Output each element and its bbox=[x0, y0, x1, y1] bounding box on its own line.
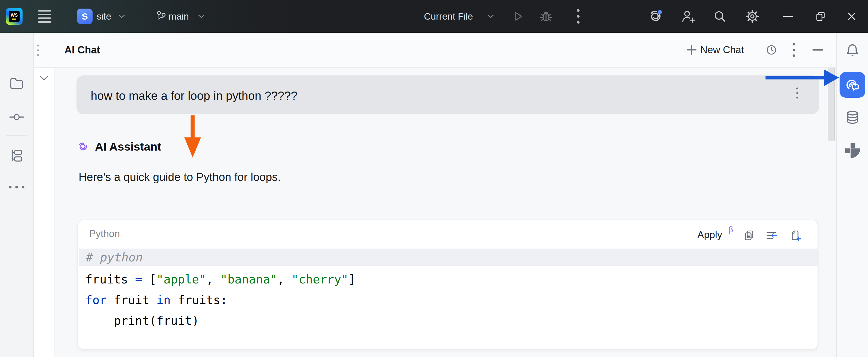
git-branch-icon[interactable] bbox=[155, 10, 167, 23]
structure-icon[interactable] bbox=[9, 148, 24, 164]
app-abbr: WS bbox=[11, 13, 18, 18]
add-user-button[interactable] bbox=[681, 9, 696, 24]
search-icon[interactable] bbox=[713, 9, 727, 24]
code-comment-line: # python bbox=[79, 248, 817, 266]
annotation-right-arrow bbox=[766, 69, 839, 86]
assistant-paragraph: Here’s a quick guide to Python for loops… bbox=[79, 171, 281, 184]
run-config-chevron-down-icon[interactable] bbox=[487, 14, 494, 19]
new-file-from-code-button[interactable] bbox=[789, 229, 802, 243]
run-button[interactable] bbox=[511, 10, 525, 23]
window-minimize-button[interactable] bbox=[783, 16, 793, 17]
panel-title: AI Chat bbox=[64, 44, 100, 56]
collapse-message-chevron-icon[interactable] bbox=[39, 75, 49, 81]
run-configuration[interactable]: Current File bbox=[424, 11, 473, 22]
project-icon[interactable]: S bbox=[77, 8, 93, 24]
branch-chevron-down-icon[interactable] bbox=[198, 14, 205, 19]
ai-chat-tool-window-button[interactable] bbox=[840, 72, 865, 98]
window-close-button[interactable] bbox=[846, 10, 858, 22]
new-chat-label: New Chat bbox=[700, 44, 744, 56]
code-language-label: Python bbox=[89, 228, 120, 239]
beta-badge: β bbox=[728, 225, 733, 234]
debug-button[interactable] bbox=[539, 9, 553, 24]
ai-chat-header: AI Chat New Chat bbox=[34, 33, 836, 68]
notification-dot bbox=[658, 10, 662, 14]
title-bar: WS S site main Current File bbox=[0, 0, 868, 33]
more-actions-button[interactable] bbox=[577, 9, 580, 24]
webstorm-logo-icon: WS bbox=[6, 8, 23, 25]
drag-handle-icon[interactable] bbox=[37, 44, 39, 56]
code-lines: fruits = ["apple", "banana", "cherry"]fo… bbox=[85, 269, 355, 331]
copy-code-button[interactable] bbox=[743, 229, 755, 243]
tool-window-gutter bbox=[34, 33, 55, 357]
message-more-button[interactable] bbox=[796, 88, 798, 98]
ai-chat-icon bbox=[844, 77, 861, 93]
project-chevron-down-icon[interactable] bbox=[118, 14, 125, 19]
annotation-down-arrow bbox=[184, 115, 202, 158]
plugin-checker-icon[interactable] bbox=[845, 143, 860, 159]
hide-panel-button[interactable] bbox=[812, 50, 823, 51]
ai-assistant-icon[interactable] bbox=[648, 8, 663, 24]
branch-name[interactable]: main bbox=[168, 11, 189, 22]
project-folder-icon[interactable] bbox=[9, 76, 24, 92]
chat-history-button[interactable] bbox=[765, 43, 778, 56]
plus-icon bbox=[687, 45, 696, 55]
toolbar-divider bbox=[6, 135, 27, 136]
assistant-header: AI Assistant bbox=[77, 140, 161, 153]
database-icon[interactable] bbox=[845, 110, 860, 126]
more-tool-windows-button[interactable] bbox=[9, 186, 24, 188]
code-line: for fruit in fruits: bbox=[85, 290, 355, 310]
right-tool-window-bar bbox=[836, 33, 868, 357]
main-menu-button[interactable] bbox=[38, 10, 51, 23]
insert-at-caret-button[interactable] bbox=[766, 229, 778, 243]
ai-assistant-logo-icon bbox=[77, 141, 89, 153]
commit-icon[interactable] bbox=[8, 109, 25, 126]
history-clock-icon bbox=[765, 43, 778, 56]
left-tool-window-bar bbox=[0, 33, 34, 357]
code-line: print(fruit) bbox=[85, 310, 355, 331]
assistant-name: AI Assistant bbox=[95, 140, 161, 153]
code-block: Python Apply β bbox=[78, 219, 818, 350]
project-name[interactable]: site bbox=[97, 11, 111, 22]
code-line: fruits = ["apple", "banana", "cherry"] bbox=[85, 269, 355, 290]
notifications-bell-icon[interactable] bbox=[845, 42, 860, 59]
settings-gear-icon[interactable] bbox=[745, 9, 760, 24]
window-restore-button[interactable] bbox=[815, 10, 827, 22]
new-chat-button[interactable]: New Chat bbox=[687, 44, 744, 56]
ide-window: WS S site main Current File bbox=[0, 0, 868, 357]
apply-button[interactable]: Apply bbox=[698, 229, 722, 240]
chat-more-button[interactable] bbox=[793, 43, 795, 57]
user-message-text: how to make a for loop in python ????? bbox=[91, 82, 298, 110]
